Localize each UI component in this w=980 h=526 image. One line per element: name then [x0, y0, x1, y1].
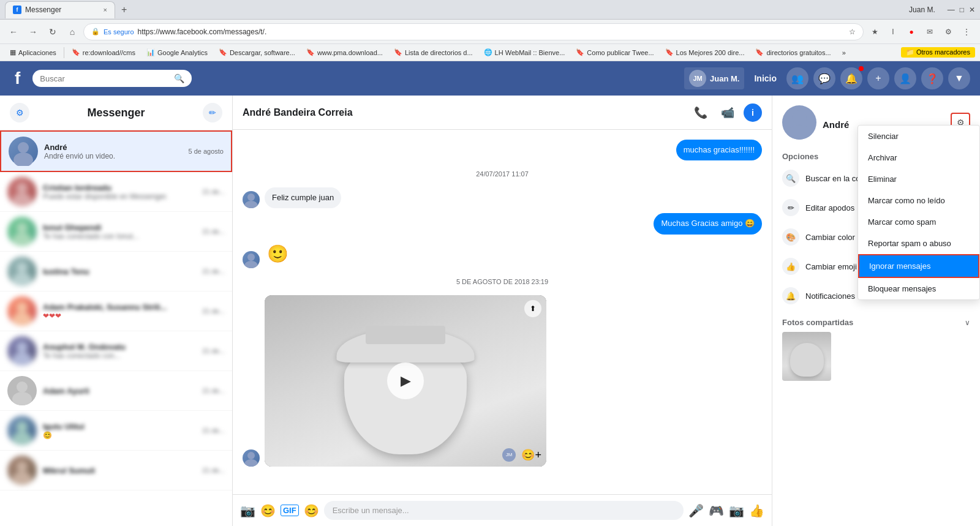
browser-titlebar: f Messenger × + Juan M. — □ ✕	[0, 0, 980, 20]
shared-photo-1[interactable]	[782, 332, 831, 381]
facebook-arrow-down-btn[interactable]: ▼	[948, 67, 970, 89]
bookmark-redownload[interactable]: 🔖 re:download//cms	[67, 47, 140, 58]
facebook-friends-btn[interactable]: 👥	[786, 67, 809, 89]
home-button[interactable]: ⌂	[64, 23, 81, 40]
star-icon[interactable]: ☆	[849, 28, 856, 36]
back-button[interactable]: ←	[5, 23, 22, 40]
bookmark-200dir[interactable]: 🔖 Los Mejores 200 dire...	[660, 47, 750, 58]
chat-message-input[interactable]	[324, 501, 684, 520]
menu-item-reportar[interactable]: Reportar spam o abuso	[858, 233, 979, 254]
sidebar-new-message-btn[interactable]: ✏	[203, 103, 222, 122]
bookmark-directorios[interactable]: 🔖 directorios gratuitos...	[750, 47, 835, 58]
menu-item-no-leido[interactable]: Marcar como no leído	[858, 190, 979, 211]
menu-item-spam[interactable]: Marcar como spam	[858, 211, 979, 233]
chat-gif-icon[interactable]: GIF	[281, 505, 299, 516]
bookmark-aplicaciones[interactable]: ▦ Aplicaciones	[5, 47, 61, 58]
conversation-item-1[interactable]: Cristian Iordreadu Puede estar disponibl…	[0, 172, 232, 212]
facebook-add-btn[interactable]: +	[867, 67, 889, 89]
conv-name-4: Adam Prakalski, Susannu Strili...	[43, 302, 196, 312]
facebook-notifications-btn[interactable]: 🔔	[840, 67, 862, 89]
conversation-item-8[interactable]: Mikrul Sumuli 21 de...	[0, 451, 232, 490]
conversation-item-6[interactable]: Adam Ayurli 21 de...	[0, 371, 232, 411]
facebook-logo[interactable]: f	[10, 67, 25, 89]
conv-preview-andre: André envió un video.	[44, 152, 183, 160]
info-avatar-svg	[782, 105, 816, 140]
bookmark-lista[interactable]: 🔖 Lista de directorios d...	[389, 47, 478, 58]
extension-icon[interactable]: ⚙	[940, 23, 957, 40]
emoji-reaction-button[interactable]: 😊+	[521, 448, 541, 462]
bookmark-descargar[interactable]: 🔖 Descargar, software...	[214, 47, 300, 58]
conv-info-andre: André André envió un video.	[44, 143, 183, 160]
info-button[interactable]: i	[744, 103, 762, 122]
video-call-button[interactable]: 📹	[717, 102, 739, 124]
facebook-help-btn[interactable]: ❓	[921, 67, 943, 89]
mail-icon[interactable]: ✉	[921, 23, 938, 40]
chat-attach-icon[interactable]: 📷	[240, 503, 255, 518]
bookmark-twitter[interactable]: 🔖 Como publicar Twee...	[571, 47, 658, 58]
menu-item-silenciar[interactable]: Silenciar	[858, 126, 979, 147]
facebook-friend-req-btn[interactable]: 👤	[894, 67, 916, 89]
avatar-img	[7, 296, 37, 326]
menu-item-archivar[interactable]: Archivar	[858, 147, 979, 168]
conversation-item-7[interactable]: Igutu Ulitui 😊 21 de...	[0, 411, 232, 451]
opera-icon[interactable]: ●	[903, 23, 920, 40]
menu-item-bloquear[interactable]: Bloquear mensajes	[858, 278, 979, 299]
conv-avatar-7	[7, 416, 37, 445]
refresh-button[interactable]: ↻	[44, 23, 61, 40]
new-tab-button[interactable]: +	[118, 4, 130, 15]
conversation-item-5[interactable]: Anuphol M. Ondovatu Te has conectado con…	[0, 331, 232, 371]
close-btn[interactable]: ✕	[969, 6, 975, 14]
photos-chevron[interactable]: ∨	[965, 318, 970, 327]
facebook-home-link[interactable]: Inicio	[749, 73, 782, 83]
facebook-messenger-btn[interactable]: 💬	[813, 67, 835, 89]
maximize-btn[interactable]: □	[960, 6, 964, 14]
bookmark-others-folder[interactable]: 📁 Otros marcadores	[901, 47, 975, 58]
chat-sticker-icon[interactable]: 😊	[260, 503, 276, 518]
conversation-item-andre[interactable]: André André envió un video. 5 de agosto	[0, 130, 232, 172]
bookmark-more[interactable]: »	[837, 48, 851, 58]
svg-point-5	[12, 233, 32, 246]
bookmark-lh-webmail[interactable]: 🌐 LH WebMail :: Bienve...	[479, 47, 570, 58]
active-tab[interactable]: f Messenger ×	[5, 1, 115, 18]
tab-close-btn[interactable]: ×	[104, 6, 107, 13]
bookmark-icon[interactable]: ★	[866, 23, 883, 40]
voice-call-button[interactable]: 📞	[690, 102, 712, 124]
svg-point-20	[247, 254, 255, 261]
conv-time-5: 21 de...	[202, 347, 225, 355]
chat-emoji-icon[interactable]: 😊	[304, 503, 319, 518]
bookmark-icon: 🔖	[576, 48, 584, 56]
forward-button[interactable]: →	[24, 23, 42, 40]
chat-like-send-button[interactable]: 👍	[749, 503, 764, 518]
menu-item-eliminar[interactable]: Eliminar	[858, 168, 979, 190]
sidebar-gear-btn[interactable]: ⚙	[10, 103, 29, 122]
facebook-search-bar[interactable]: 🔍	[32, 70, 192, 87]
conv-info-8: Mikrul Sumuli	[43, 466, 196, 475]
thumb-toilet-bowl	[790, 343, 824, 377]
facebook-user-badge[interactable]: JM Juan M.	[684, 67, 744, 89]
conv-time-2: 21 de...	[202, 228, 225, 235]
chat-audio-icon[interactable]: 🎤	[688, 503, 704, 518]
conversation-item-3[interactable]: Iustina Tenu 21 de...	[0, 252, 232, 291]
video-play-button[interactable]: ▶	[387, 363, 424, 399]
bookmark-pma[interactable]: 🔖 www.pma.download...	[301, 47, 388, 58]
menu-icon[interactable]: ⋮	[958, 23, 975, 40]
conversation-item-2[interactable]: Ionut Ghependi Te has conectado con Ionu…	[0, 212, 232, 252]
bookmark-analytics[interactable]: 📊 Google Analytics	[141, 47, 213, 58]
conv-info-6: Adam Ayurli	[43, 386, 196, 396]
info-photos-section: Fotos compartidas ∨	[772, 310, 980, 388]
facebook-search-button[interactable]: 🔍	[174, 73, 184, 83]
facebook-search-input[interactable]	[40, 74, 169, 83]
address-bar[interactable]: 🔒 Es seguro https://www.facebook.com/mes…	[83, 23, 864, 40]
minimize-btn[interactable]: —	[948, 6, 955, 14]
chat-game-icon[interactable]: 🎮	[709, 503, 724, 518]
chat-camera-icon[interactable]: 📷	[729, 503, 744, 518]
menu-item-ignorar[interactable]: Ignorar mensajes	[858, 254, 979, 278]
video-share-button[interactable]: ⬆	[524, 300, 541, 317]
photo-content	[782, 332, 831, 381]
video-message[interactable]: ▶ ⬆	[265, 295, 546, 467]
url-text[interactable]: https://www.facebook.com/messages/t/.	[138, 28, 845, 36]
conversation-item-4[interactable]: Adam Prakalski, Susannu Strili... ❤❤❤ 21…	[0, 291, 232, 331]
svg-point-1	[13, 152, 33, 166]
context-menu-dropdown: Silenciar Archivar Eliminar Marcar como …	[858, 125, 980, 300]
profile-icon[interactable]: I	[884, 23, 902, 40]
